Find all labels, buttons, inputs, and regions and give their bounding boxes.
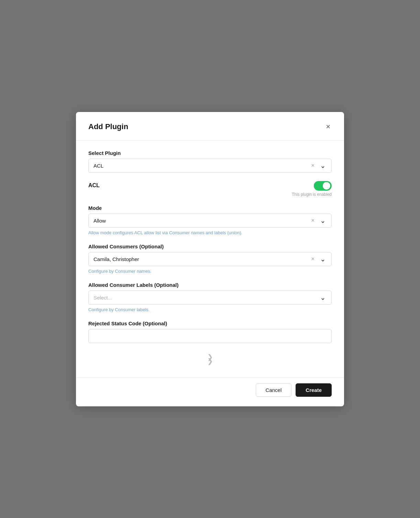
add-plugin-modal: Add Plugin × Select Plugin ACL × — [76, 112, 344, 406]
double-chevron-down-icon: ❯❯ — [207, 355, 213, 363]
chevron-down-icon — [320, 163, 326, 169]
allowed-consumer-labels-group: Allowed Consumer Labels (Optional) Selec… — [88, 282, 332, 312]
allowed-consumer-labels-chevron-button[interactable] — [319, 293, 327, 302]
select-plugin-chevron-button[interactable] — [319, 161, 327, 170]
acl-toggle-hint: This plugin is enabled — [292, 192, 332, 197]
rejected-status-code-input[interactable]: 403 — [88, 329, 332, 343]
mode-chevron-button[interactable] — [319, 216, 327, 225]
select-plugin-label: Select Plugin — [88, 150, 332, 156]
modal-body: Select Plugin ACL × ACL — [76, 140, 344, 378]
scroll-indicator: ❯❯ — [88, 351, 332, 371]
select-plugin-value: ACL — [89, 159, 310, 172]
modal-footer: Cancel Create — [76, 378, 344, 406]
allowed-consumers-chevron-button[interactable] — [319, 255, 327, 263]
acl-row: ACL This plugin is enabled — [88, 181, 332, 197]
create-button[interactable]: Create — [296, 383, 332, 397]
rejected-status-code-label: Rejected Status Code (Optional) — [88, 320, 332, 326]
allowed-consumer-labels-label: Allowed Consumer Labels (Optional) — [88, 282, 332, 288]
acl-toggle[interactable] — [314, 181, 332, 191]
modal-title: Add Plugin — [88, 122, 128, 131]
mode-dropdown[interactable]: Allow × — [88, 214, 332, 228]
allowed-consumers-hint: Configure by Consumer names. — [88, 269, 332, 274]
allowed-consumer-labels-hint: Configure by Consumer labels. — [88, 307, 332, 312]
mode-value: Allow — [89, 214, 310, 227]
chevron-down-icon — [320, 295, 326, 301]
chevron-down-icon — [320, 218, 326, 224]
cancel-button[interactable]: Cancel — [256, 383, 292, 397]
allowed-consumers-clear-button[interactable]: × — [310, 256, 316, 262]
chevron-down-icon — [320, 257, 326, 262]
select-plugin-group: Select Plugin ACL × — [88, 150, 332, 173]
rejected-status-code-group: Rejected Status Code (Optional) 403 — [88, 320, 332, 343]
select-plugin-clear-button[interactable]: × — [310, 162, 316, 169]
modal-overlay: Add Plugin × Select Plugin ACL × — [0, 0, 420, 518]
acl-label: ACL — [88, 181, 100, 189]
modal-header: Add Plugin × — [76, 112, 344, 140]
toggle-slider — [314, 181, 332, 191]
select-plugin-dropdown[interactable]: ACL × — [88, 159, 332, 173]
allowed-consumers-label: Allowed Consumers (Optional) — [88, 244, 332, 249]
allowed-consumers-value: Camila, Christopher — [89, 252, 310, 266]
mode-hint: Allow mode configures ACL allow list via… — [88, 230, 332, 235]
allowed-consumer-labels-dropdown[interactable]: Select... — [88, 291, 332, 305]
mode-clear-button[interactable]: × — [310, 217, 316, 224]
mode-label: Mode — [88, 205, 332, 211]
allowed-consumers-group: Allowed Consumers (Optional) Camila, Chr… — [88, 244, 332, 274]
allowed-consumers-dropdown[interactable]: Camila, Christopher × — [88, 252, 332, 266]
close-button[interactable]: × — [324, 122, 332, 132]
mode-group: Mode Allow × Allow mode configures ACL a… — [88, 205, 332, 235]
allowed-consumer-labels-placeholder: Select... — [89, 291, 319, 304]
